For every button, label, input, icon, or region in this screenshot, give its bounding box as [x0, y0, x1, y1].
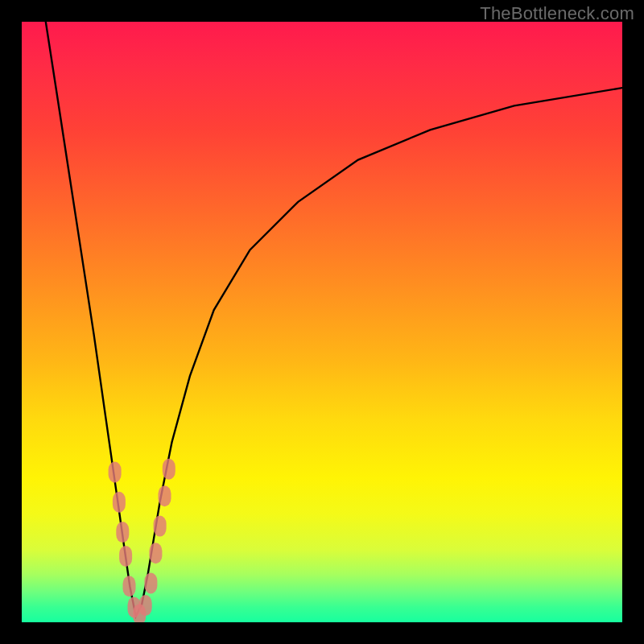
- valley-marker: [113, 492, 126, 513]
- valley-marker: [159, 485, 171, 506]
- plot-area: [22, 22, 622, 622]
- valley-marker: [163, 459, 175, 480]
- valley-marker: [154, 516, 167, 537]
- valley-markers: [109, 459, 175, 622]
- valley-marker: [119, 546, 132, 567]
- valley-marker: [123, 576, 136, 597]
- chart-frame: TheBottleneck.com: [0, 0, 644, 644]
- bottleneck-curve: [46, 22, 622, 617]
- valley-marker: [109, 462, 122, 483]
- watermark-text: TheBottleneck.com: [480, 3, 634, 24]
- curve-layer: [22, 22, 622, 622]
- valley-marker: [144, 573, 157, 594]
- valley-marker: [116, 522, 129, 543]
- valley-marker: [139, 595, 152, 616]
- valley-marker: [149, 543, 162, 564]
